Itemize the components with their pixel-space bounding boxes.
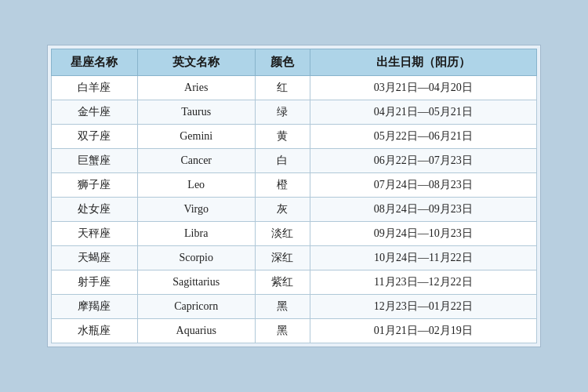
table-row: 金牛座Taurus绿04月21日—05月21日 [52,100,537,125]
header-color: 颜色 [255,49,310,76]
table-row: 白羊座Aries红03月21日—04月20日 [52,76,537,100]
cell-english: Libra [137,222,255,246]
table-row: 天秤座Libra淡红09月24日—10月23日 [52,222,537,246]
cell-date: 01月21日—02月19日 [310,319,536,343]
cell-date: 03月21日—04月20日 [310,76,536,100]
cell-color: 绿 [255,100,310,125]
cell-color: 黑 [255,295,310,319]
cell-english: Gemini [137,125,255,149]
cell-chinese: 狮子座 [52,173,138,198]
cell-chinese: 天秤座 [52,222,138,246]
cell-date: 08月24日—09月23日 [310,198,536,222]
table-row: 狮子座Leo橙07月24日—08月23日 [52,173,537,198]
table-row: 摩羯座Capricorn黑12月23日—01月22日 [52,295,537,319]
cell-english: Capricorn [137,295,255,319]
cell-color: 红 [255,76,310,100]
cell-date: 07月24日—08月23日 [310,173,536,198]
cell-color: 紫红 [255,270,310,295]
cell-color: 黄 [255,125,310,149]
cell-color: 黑 [255,319,310,343]
cell-date: 10月24日—11月22日 [310,246,536,270]
table-row: 水瓶座Aquarius黑01月21日—02月19日 [52,319,537,343]
table-row: 处女座Virgo灰08月24日—09月23日 [52,198,537,222]
table-header-row: 星座名称 英文名称 颜色 出生日期（阳历） [52,49,537,76]
cell-date: 05月22日—06月21日 [310,125,536,149]
table-row: 天蝎座Scorpio深红10月24日—11月22日 [52,246,537,270]
cell-english: Aries [137,76,255,100]
cell-chinese: 巨蟹座 [52,149,138,173]
cell-chinese: 白羊座 [52,76,138,100]
cell-chinese: 水瓶座 [52,319,138,343]
table-row: 巨蟹座Cancer白06月22日—07月23日 [52,149,537,173]
cell-chinese: 金牛座 [52,100,138,125]
zodiac-table: 星座名称 英文名称 颜色 出生日期（阳历） 白羊座Aries红03月21日—04… [51,49,537,343]
cell-chinese: 射手座 [52,270,138,295]
cell-chinese: 天蝎座 [52,246,138,270]
cell-chinese: 处女座 [52,198,138,222]
cell-color: 橙 [255,173,310,198]
header-english: 英文名称 [137,49,255,76]
table-body: 白羊座Aries红03月21日—04月20日金牛座Taurus绿04月21日—0… [52,76,537,343]
cell-color: 淡红 [255,222,310,246]
cell-color: 白 [255,149,310,173]
cell-english: Aquarius [137,319,255,343]
header-date: 出生日期（阳历） [310,49,536,76]
table-row: 双子座Gemini黄05月22日—06月21日 [52,125,537,149]
cell-color: 灰 [255,198,310,222]
cell-chinese: 双子座 [52,125,138,149]
cell-english: Cancer [137,149,255,173]
cell-english: Leo [137,173,255,198]
cell-color: 深红 [255,246,310,270]
cell-date: 11月23日—12月22日 [310,270,536,295]
zodiac-table-container: 星座名称 英文名称 颜色 出生日期（阳历） 白羊座Aries红03月21日—04… [47,45,541,347]
header-chinese: 星座名称 [52,49,138,76]
cell-english: Scorpio [137,246,255,270]
cell-english: Taurus [137,100,255,125]
cell-date: 04月21日—05月21日 [310,100,536,125]
cell-english: Sagittarius [137,270,255,295]
cell-date: 09月24日—10月23日 [310,222,536,246]
cell-chinese: 摩羯座 [52,295,138,319]
cell-date: 12月23日—01月22日 [310,295,536,319]
table-row: 射手座Sagittarius紫红11月23日—12月22日 [52,270,537,295]
cell-english: Virgo [137,198,255,222]
cell-date: 06月22日—07月23日 [310,149,536,173]
